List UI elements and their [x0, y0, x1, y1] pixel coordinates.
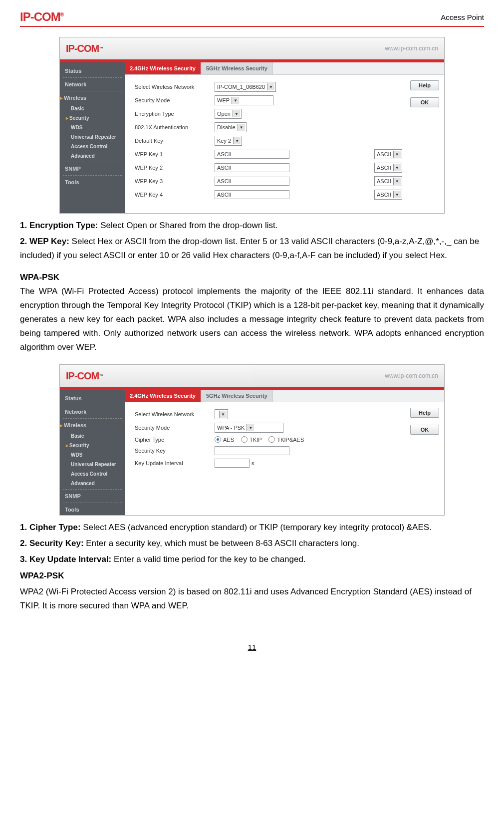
- sidebar-item-wds[interactable]: WDS: [60, 123, 125, 132]
- sidebar-item-access-control[interactable]: Access Control: [60, 469, 125, 479]
- screenshot-wpa: IP-COM™ www.ip-com.com.cn Status Network…: [59, 364, 445, 516]
- sidebar-item-security[interactable]: Security: [60, 113, 125, 123]
- label-select-network: Select Wireless Network: [135, 411, 215, 417]
- wep-description: 1. Encryption Type: Select Open or Share…: [20, 219, 484, 263]
- sidebar-item-network[interactable]: Network: [60, 79, 125, 90]
- label-security-mode: Security Mode: [135, 425, 215, 431]
- label-encryption-type: Encryption Type: [135, 111, 215, 117]
- radio-unchecked-icon: [268, 436, 275, 443]
- label-default-key: Default Key: [135, 138, 215, 144]
- page-number: 11: [20, 643, 484, 651]
- label-select-network: Select Wireless Network: [135, 84, 215, 90]
- tab-5ghz[interactable]: 5GHz Wireless Security: [201, 62, 273, 74]
- sidebar-item-snmp[interactable]: SNMP: [60, 163, 125, 174]
- radio-checked-icon: [215, 436, 221, 443]
- sidebar-item-basic[interactable]: Basic: [60, 431, 125, 441]
- chevron-down-icon: ▼: [393, 191, 401, 198]
- wep-key2-type[interactable]: ASCII▼: [374, 163, 402, 173]
- sidebar-item-tools[interactable]: Tools: [60, 177, 125, 188]
- select-wireless-network[interactable]: IP-COM_1_06B620▼: [215, 82, 276, 92]
- wep-key3-input[interactable]: ASCII: [215, 177, 289, 186]
- wpa-heading: WPA-PSK: [20, 272, 484, 282]
- wep-key2-input[interactable]: ASCII: [215, 163, 289, 172]
- doc-header: IP-COM® Access Point: [20, 10, 484, 27]
- radio-tkip-aes[interactable]: TKIP&AES: [268, 436, 304, 443]
- chevron-down-icon: ▼: [233, 137, 241, 144]
- interval-unit: s: [252, 460, 254, 466]
- sidebar-item-status[interactable]: Status: [60, 393, 125, 404]
- sidebar-item-advanced[interactable]: Advanced: [60, 151, 125, 161]
- tab-24ghz[interactable]: 2.4GHz Wireless Security: [125, 390, 201, 402]
- ui-logo: IP-COM™: [66, 43, 103, 54]
- sidebar-item-security[interactable]: Security: [60, 441, 125, 450]
- sidebar-item-tools[interactable]: Tools: [60, 504, 125, 515]
- chevron-down-icon: ▼: [232, 97, 239, 104]
- sidebar-item-advanced[interactable]: Advanced: [60, 479, 125, 488]
- chevron-down-icon: ▼: [267, 83, 274, 90]
- select-encryption-type[interactable]: Open▼: [215, 109, 242, 119]
- label-wep-key-3: WEP Key 3: [135, 178, 215, 184]
- sidebar-item-wireless[interactable]: Wireless: [60, 92, 125, 104]
- label-wep-key-4: WEP Key 4: [135, 192, 215, 198]
- chevron-down-icon: ▼: [219, 411, 227, 418]
- wep-key4-input[interactable]: ASCII: [215, 190, 289, 199]
- wep-key1-type[interactable]: ASCII▼: [374, 149, 402, 159]
- help-button[interactable]: Help: [410, 408, 439, 418]
- radio-tkip[interactable]: TKIP: [241, 436, 261, 443]
- ui-logo-2: IP-COM™: [66, 370, 103, 382]
- wep-key1-input[interactable]: ASCII: [215, 150, 289, 159]
- label-wep-key-2: WEP Key 2: [135, 165, 215, 171]
- select-wireless-network[interactable]: ▼: [215, 409, 228, 419]
- chevron-down-icon: ▼: [393, 164, 401, 171]
- label-security-key: Security Key: [135, 448, 215, 454]
- sidebar-item-universal-repeater[interactable]: Universal Repeater: [60, 460, 125, 469]
- sidebar-item-access-control[interactable]: Access Control: [60, 142, 125, 151]
- key-interval-input[interactable]: [215, 459, 250, 468]
- wpa-body: The WPA (Wi-Fi Protected Access) protoco…: [20, 284, 484, 354]
- sidebar-item-wds[interactable]: WDS: [60, 450, 125, 460]
- sidebar-item-basic[interactable]: Basic: [60, 104, 125, 113]
- label-cipher-type: Cipher Type: [135, 437, 215, 443]
- chevron-down-icon: ▼: [393, 178, 401, 185]
- wep-key3-type[interactable]: ASCII▼: [374, 176, 402, 186]
- brand-logo-reg: ®: [60, 12, 63, 17]
- chevron-down-icon: ▼: [393, 151, 401, 158]
- tabs: 2.4GHz Wireless Security 5GHz Wireless S…: [125, 62, 444, 75]
- sidebar: Status Network Wireless Basic Security W…: [60, 62, 125, 213]
- label-security-mode: Security Mode: [135, 97, 215, 103]
- sidebar-item-universal-repeater[interactable]: Universal Repeater: [60, 132, 125, 142]
- label-wep-key-1: WEP Key 1: [135, 151, 215, 157]
- brand-logo-text: IP-COM: [20, 10, 60, 23]
- ok-button[interactable]: OK: [410, 97, 439, 107]
- ui-url: www.ip-com.com.cn: [385, 45, 438, 52]
- doc-header-right: Access Point: [441, 13, 484, 21]
- security-key-input[interactable]: [215, 446, 289, 455]
- radio-aes[interactable]: AES: [215, 436, 234, 443]
- ui-topbar-2: IP-COM™ www.ip-com.com.cn: [60, 365, 444, 387]
- sidebar-item-wireless[interactable]: Wireless: [60, 420, 125, 431]
- help-button[interactable]: Help: [410, 80, 439, 90]
- ui-topbar: IP-COM™ www.ip-com.com.cn: [60, 37, 444, 59]
- select-security-mode[interactable]: WPA - PSK▼: [215, 423, 283, 433]
- label-key-update-interval: Key Update Interval: [135, 460, 215, 466]
- screenshot-wep: IP-COM™ www.ip-com.com.cn Status Network…: [59, 37, 445, 214]
- sidebar-item-snmp[interactable]: SNMP: [60, 491, 125, 502]
- chevron-down-icon: ▼: [247, 424, 254, 431]
- ok-button[interactable]: OK: [410, 425, 439, 435]
- select-8021x[interactable]: Disable▼: [215, 122, 247, 132]
- select-default-key[interactable]: Key 2▼: [215, 136, 242, 146]
- chevron-down-icon: ▼: [233, 110, 240, 117]
- ui-url-2: www.ip-com.com.cn: [385, 372, 438, 379]
- wep-key4-type[interactable]: ASCII▼: [374, 190, 402, 200]
- tabs-2: 2.4GHz Wireless Security 5GHz Wireless S…: [125, 390, 444, 402]
- sidebar-item-network[interactable]: Network: [60, 406, 125, 417]
- tab-5ghz[interactable]: 5GHz Wireless Security: [201, 390, 273, 402]
- brand-logo: IP-COM®: [20, 10, 63, 24]
- label-8021x: 802.1X Authentication: [135, 124, 215, 130]
- radio-unchecked-icon: [241, 436, 248, 443]
- sidebar-2: Status Network Wireless Basic Security W…: [60, 390, 125, 515]
- sidebar-item-status[interactable]: Status: [60, 65, 125, 76]
- select-security-mode[interactable]: WEP▼: [215, 95, 273, 105]
- wpa-description: 1. Cipher Type: Select AES (advanced enc…: [20, 521, 484, 612]
- tab-24ghz[interactable]: 2.4GHz Wireless Security: [125, 62, 201, 74]
